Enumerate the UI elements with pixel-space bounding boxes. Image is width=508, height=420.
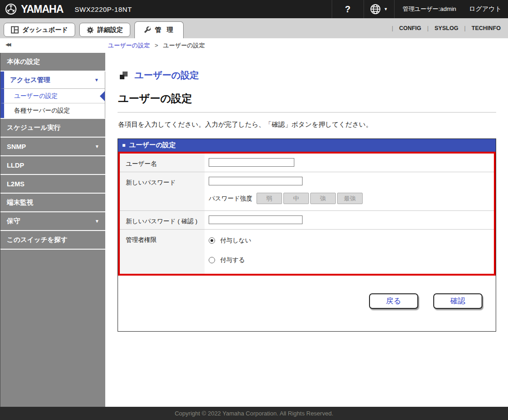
globe-icon	[370, 4, 381, 15]
confirm-button[interactable]: 確認	[433, 293, 482, 309]
chevron-down-icon: ▼	[384, 7, 388, 11]
confirm-password-input[interactable]	[209, 215, 303, 224]
config-link[interactable]: CONFIG	[399, 25, 421, 31]
breadcrumb: ユーザーの設定 > ユーザーの設定	[0, 41, 205, 50]
radio-label: 付与しない	[220, 236, 251, 245]
radio-unselected-icon	[209, 257, 215, 263]
form-row-admin-privilege: 管理者権限 付与しない 付与する	[120, 230, 494, 274]
new-password-label: 新しいパスワード	[120, 172, 205, 210]
top-header: YAMAHA SWX2220P-18NT ? ▼ 管理ユーザー:admin ログ…	[0, 0, 508, 18]
form-row-confirm-password: 新しいパスワード ( 確認 )	[120, 211, 494, 230]
new-password-input[interactable]	[209, 177, 303, 185]
breadcrumb-row: ◀◀ ユーザーの設定 > ユーザーの設定	[0, 38, 508, 53]
sidebar-item-label: 本体の設定	[7, 57, 40, 66]
tab-advanced-label: 詳細設定	[97, 26, 123, 34]
sidebar-item-access-management[interactable]: アクセス管理 ▼	[0, 72, 105, 89]
radio-option-grant[interactable]: 付与する	[209, 256, 489, 264]
breadcrumb-parent-link[interactable]: ユーザーの設定	[108, 42, 150, 49]
section-title: ユーザーの設定	[134, 69, 199, 82]
radio-option-no-grant[interactable]: 付与しない	[209, 236, 489, 245]
breadcrumb-separator: >	[155, 42, 159, 49]
username-label: ユーザー名	[120, 154, 205, 172]
admin-user-label: 管理ユーザー:admin	[395, 0, 463, 18]
language-button[interactable]: ▼	[364, 0, 394, 18]
sidebar-item-lldp[interactable]: LLDP	[0, 156, 105, 175]
sidebar-group-access-management: アクセス管理 ▼ ユーザーの設定 各種サーバーの設定	[0, 72, 105, 119]
instruction-text: 各項目を入力してください。入力が完了したら、「確認」ボタンを押してください。	[118, 120, 508, 129]
strength-level-medium: 中	[283, 193, 309, 204]
tab-management-label: 管 理	[155, 26, 175, 34]
strength-label: パスワード強度	[209, 195, 252, 203]
sidebar-item-label: L2MS	[7, 180, 25, 188]
tab-advanced-settings[interactable]: 詳細設定	[79, 23, 130, 37]
panel-header: ■ ユーザーの設定	[118, 139, 496, 152]
chevron-down-icon: ▼	[94, 77, 99, 82]
link-divider: |	[427, 25, 429, 31]
sidebar-item-user-settings[interactable]: ユーザーの設定	[0, 89, 105, 103]
sidebar-item-label: SNMP	[7, 143, 26, 150]
form-row-username: ユーザー名	[120, 154, 494, 172]
dashboard-icon	[11, 26, 19, 34]
sidebar-item-label: このスイッチを探す	[7, 236, 67, 244]
sidebar-item-label: 端末監視	[7, 198, 33, 207]
brand: YAMAHA SWX2220P-18NT	[0, 0, 132, 18]
page-title: ユーザーの設定	[118, 92, 508, 106]
brand-name: YAMAHA	[21, 3, 63, 15]
radio-label: 付与する	[220, 256, 245, 264]
sidebar-item-label: 各種サーバーの設定	[14, 107, 70, 115]
device-model: SWX2220P-18NT	[75, 5, 132, 13]
radio-selected-icon	[209, 237, 215, 244]
strength-level-weak: 弱	[257, 193, 282, 204]
sidebar-nav: 本体の設定 アクセス管理 ▼ ユーザーの設定 各種サーバーの設定 スケジュール実…	[0, 53, 105, 407]
chevron-down-icon: ▼	[95, 219, 99, 224]
main-content: ユーザーの設定 ユーザーの設定 各項目を入力してください。入力が完了したら、「確…	[105, 53, 508, 407]
user-settings-panel: ■ ユーザーの設定 ユーザー名 新しいパスワード パスワード強度	[118, 138, 496, 332]
username-input[interactable]	[209, 158, 294, 167]
techinfo-link[interactable]: TECHINFO	[472, 25, 501, 31]
logout-button[interactable]: ログアウト	[462, 0, 508, 18]
sidebar-item-label: スケジュール実行	[7, 123, 61, 132]
section-squares-icon	[120, 72, 128, 79]
header-controls: ? ▼ 管理ユーザー:admin ログアウト	[332, 0, 508, 18]
sidebar-item-label: 保守	[7, 217, 20, 225]
link-divider: |	[464, 25, 466, 31]
tab-management[interactable]: 管 理	[134, 21, 184, 38]
form-row-new-password: 新しいパスワード パスワード強度 弱 中 強 最強	[120, 172, 494, 211]
admin-privilege-label: 管理者権限	[120, 230, 205, 274]
password-strength-meter: パスワード強度 弱 中 強 最強	[209, 193, 489, 204]
tab-bar: ダッシュボード 詳細設定	[0, 18, 508, 38]
strength-level-strongest: 最強	[337, 193, 363, 204]
title-divider	[118, 112, 496, 113]
back-button[interactable]: 戻る	[369, 293, 418, 309]
syslog-link[interactable]: SYSLOG	[435, 25, 458, 31]
panel-title: ユーザーの設定	[129, 141, 176, 149]
form-highlight-box: ユーザー名 新しいパスワード パスワード強度 弱 中 強	[118, 152, 496, 276]
sidebar-collapse-icon[interactable]: ◀◀	[5, 42, 10, 47]
utility-links: | CONFIG | SYSLOG | TECHINFO	[386, 25, 508, 31]
admin-privilege-options: 付与しない 付与する	[209, 234, 489, 270]
panel-actions: 戻る 確認	[118, 276, 496, 331]
tab-dashboard-label: ダッシュボード	[22, 26, 68, 34]
sidebar-item-label: LLDP	[7, 162, 24, 169]
sidebar-item-server-settings[interactable]: 各種サーバーの設定	[0, 103, 105, 118]
chevron-down-icon: ▼	[95, 144, 99, 149]
panel-bullet-icon: ■	[122, 142, 125, 149]
copyright-text: Copyright © 2022 Yamaha Corporation. All…	[174, 410, 333, 417]
sidebar-item-maintenance[interactable]: 保守 ▼	[0, 212, 105, 231]
active-item-arrow-icon	[100, 91, 105, 101]
tab-dashboard[interactable]: ダッシュボード	[4, 23, 75, 37]
help-button[interactable]: ?	[332, 0, 364, 18]
sidebar-item-schedule[interactable]: スケジュール実行	[0, 119, 105, 138]
breadcrumb-current: ユーザーの設定	[163, 42, 205, 49]
sidebar-item-system-settings[interactable]: 本体の設定	[0, 53, 105, 72]
confirm-password-label: 新しいパスワード ( 確認 )	[120, 211, 205, 229]
sidebar-item-label: ユーザーの設定	[14, 92, 57, 100]
sidebar-item-find-switch[interactable]: このスイッチを探す	[0, 231, 105, 250]
footer: Copyright © 2022 Yamaha Corporation. All…	[0, 407, 508, 420]
sidebar-item-terminal-monitor[interactable]: 端末監視	[0, 194, 105, 212]
wrench-icon	[143, 26, 151, 34]
sidebar-item-l2ms[interactable]: L2MS	[0, 175, 105, 194]
sidebar-item-label: アクセス管理	[10, 76, 50, 84]
link-divider: |	[392, 25, 393, 31]
sidebar-item-snmp[interactable]: SNMP ▼	[0, 138, 105, 156]
